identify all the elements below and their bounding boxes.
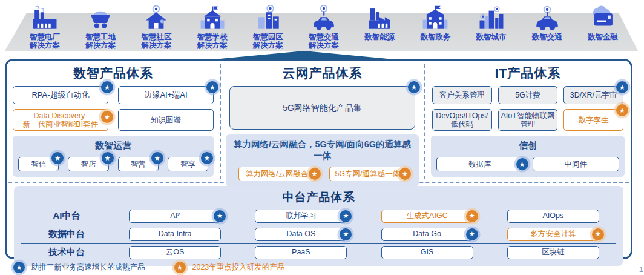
- star-badge-orange-icon: [466, 210, 478, 222]
- industry-item-smart-transport: 智慧交通 解决方案: [296, 2, 352, 50]
- section-title: 云网产品体系: [221, 65, 424, 82]
- star-badge-blue-icon: [340, 228, 352, 240]
- industry-label: 智慧工地 解决方案: [85, 33, 116, 50]
- product-aiops: AIOps: [507, 210, 599, 223]
- product-middleware: 中间件: [533, 157, 620, 171]
- star-badge-blue-icon: [214, 210, 226, 222]
- product-label: 5G网络智能化产品集: [283, 103, 362, 113]
- product-5g-network-set: 5G网络智能化产品集: [229, 86, 415, 130]
- connected-car-icon: [310, 2, 338, 31]
- industry-item-smart-power-plant: 智慧电厂 解决方案: [17, 2, 73, 50]
- product-data-discovery: Data Discovery- 新一代商业智能BI套件: [13, 109, 108, 131]
- xinchuang-row: 数据库 中间件: [436, 157, 619, 171]
- industry-label: 智慧学校 解决方案: [197, 33, 228, 50]
- product-label: 3D/XR/元宇宙: [570, 91, 617, 99]
- product-crm: 客户关系管理: [432, 86, 492, 104]
- government-building-icon: [421, 2, 449, 31]
- xinchuang-panel: 信创 数据库 中间件: [431, 136, 625, 177]
- star-badge-orange-icon: [101, 111, 113, 123]
- star-badge-blue-icon: [206, 81, 218, 93]
- legend-mature-products: 助推三新业务高速增长的成熟产品: [13, 262, 145, 273]
- product-label: 中间件: [565, 160, 588, 168]
- star-badge-blue-icon: [616, 81, 628, 93]
- industry-label: 数智交通: [532, 33, 562, 41]
- product-rpa: RPA-超级自动化: [13, 86, 108, 104]
- product-data-os: Data OS: [255, 228, 347, 241]
- row-cells: 云OS PaaS GIS 区块链: [112, 246, 616, 259]
- product-label: 数字孪生: [579, 116, 609, 124]
- product-systems-panel: 数智产品体系 RPA-超级自动化 边缘AI+端AI Data Discovery…: [5, 59, 632, 259]
- product-label: 联邦学习: [286, 211, 316, 220]
- product-zhixiang: 智享: [168, 157, 208, 171]
- industry-item-digital-city: 数智城市: [464, 2, 519, 50]
- legend-label: 2023年重点投入研发的产品: [192, 262, 285, 273]
- product-label: 算力网络/云网融合: [246, 170, 308, 178]
- product-architecture-slide: 智慧电厂 解决方案 智慧工地 解决方案 智慧社区 解决方案 智慧学校 解决方案: [0, 0, 644, 275]
- product-label: Data OS: [286, 230, 315, 238]
- star-badge-orange-icon: [616, 104, 628, 116]
- industry-label: 智慧社区 解决方案: [141, 33, 171, 50]
- industry-label: 智慧园区 解决方案: [253, 33, 283, 50]
- industry-item-smart-construction: 智慧工地 解决方案: [73, 2, 128, 50]
- product-label: 多方安全计算: [530, 230, 576, 238]
- digital-product-grid: RPA-超级自动化 边缘AI+端AI Data Discovery- 新一代商业…: [13, 86, 214, 131]
- star-badge-blue-icon: [151, 152, 163, 164]
- section-title: IT产品体系: [425, 65, 631, 82]
- subpanel-title: 数智运营: [18, 140, 208, 151]
- page-number: 1: [639, 265, 643, 274]
- product-label: 知识图谱: [151, 116, 181, 124]
- industry-label: 数智能源: [364, 33, 395, 41]
- school-building-icon: [199, 2, 226, 31]
- cloud-network-subpanel: 算力网络/云网融合，5G专网/面向6G的通算感一体 算力网络/云网融合 5G专网…: [226, 134, 419, 187]
- row-label: 数据中台: [21, 228, 112, 240]
- product-label: 智享: [180, 160, 196, 168]
- product-label: Data Discovery- 新一代商业智能BI套件: [23, 111, 98, 129]
- product-label: DevOps/ITOps/ 低代码: [436, 111, 488, 129]
- industry-item-smart-community: 智慧社区 解决方案: [128, 2, 184, 50]
- product-5g-billing: 5G计费: [498, 86, 558, 104]
- cloud-items-row: 算力网络/云网融合 5G专网/通算感一体: [231, 167, 413, 181]
- product-generative-aigc: 生成式AIGC: [381, 210, 473, 223]
- mine-cart-icon: [87, 2, 114, 31]
- product-zhiying: 智营: [118, 157, 159, 171]
- star-badge-orange-icon: [399, 168, 411, 180]
- star-badge-blue-icon: [102, 152, 114, 164]
- it-product-grid: 客户关系管理 5G计费 3D/XR/元宇宙 DevOps/ITOps/ 低代码 …: [432, 86, 623, 131]
- star-badge-orange-icon: [309, 168, 321, 180]
- product-federated-learning: 联邦学习: [255, 210, 347, 223]
- product-devops: DevOps/ITOps/ 低代码: [432, 109, 492, 131]
- product-label: RPA-超级自动化: [31, 91, 89, 100]
- subpanel-title: 算力网络/云网融合，5G专网/面向6G的通算感一体: [231, 139, 413, 162]
- product-label: 区块链: [542, 248, 565, 256]
- digital-operations-panel: 数智运营 智信 智店 智营: [13, 136, 214, 177]
- product-label: 生成式AIGC: [407, 211, 448, 220]
- operations-row: 智信 智店 智营 智享: [18, 157, 208, 171]
- platform-row-data: 数据中台 Data Infra Data OS Data Go 多方安全计算: [21, 225, 616, 243]
- product-blockchain: 区块链: [507, 246, 599, 259]
- row-label: AI中台: [21, 210, 112, 222]
- industry-label: 数智城市: [476, 33, 507, 41]
- product-mpc: 多方安全计算: [507, 228, 599, 241]
- star-badge-blue-icon: [340, 210, 352, 222]
- product-aiot: AIoT智能物联网管理: [498, 109, 558, 131]
- industry-label: 数智政务: [420, 33, 450, 41]
- product-computing-network: 算力网络/云网融合: [238, 167, 316, 181]
- star-badge-blue-icon: [408, 81, 420, 93]
- product-label: PaaS: [292, 248, 310, 256]
- star-badge-orange-icon: [592, 228, 604, 240]
- product-3d-xr-metaverse: 3D/XR/元宇宙: [564, 86, 623, 104]
- row-label: 技术中台: [21, 247, 112, 258]
- product-label: 5G专网/通算感一体: [335, 170, 400, 178]
- product-label: 智信: [31, 160, 46, 168]
- star-badge-blue-icon: [101, 81, 113, 93]
- product-label: AIoT智能物联网管理: [499, 111, 557, 129]
- product-label: Data Infra: [159, 230, 192, 238]
- middle-platform-title: 中台产品体系: [21, 190, 616, 205]
- star-badge-blue-icon: [51, 152, 64, 164]
- industry-item-digital-energy: 数智能源: [352, 2, 407, 50]
- product-knowledge-graph: 知识图谱: [118, 109, 214, 131]
- legend: 助推三新业务高速增长的成熟产品 2023年重点投入研发的产品: [13, 262, 284, 273]
- product-label: GIS: [421, 248, 434, 256]
- product-5g-private-network: 5G专网/通算感一体: [329, 167, 407, 181]
- product-label: 智店: [80, 160, 96, 168]
